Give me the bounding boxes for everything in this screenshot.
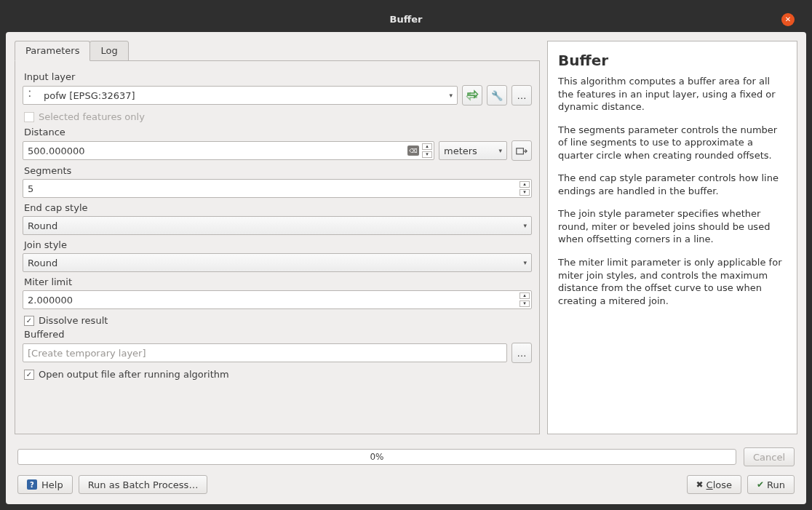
segments-spinner[interactable]: ▴▾ (520, 181, 530, 196)
parameters-panel: ▸ Input layer ⠅ pofw [EPSG:32637] ▾ (15, 60, 540, 434)
open-output-label: Open output file after running algorithm (39, 369, 229, 380)
distance-spinner[interactable]: ▴▾ (422, 143, 432, 158)
ellipsis-icon: … (517, 90, 527, 101)
dissolve-label: Dissolve result (39, 315, 108, 326)
dissolve-checkbox[interactable] (24, 316, 34, 326)
buffered-row: [Create temporary layer] … (23, 343, 532, 363)
input-layer-value: pofw [EPSG:32637] (44, 90, 135, 101)
input-layer-label: Input layer (24, 71, 530, 82)
distance-row: 500.000000 ⌫ ▴▾ meters ▾ (23, 140, 532, 161)
progress-bar: 0% (17, 449, 736, 465)
left-pane: Parameters Log ▸ Input layer ⠅ pofw [EPS… (15, 41, 540, 434)
join-style-select[interactable]: Round ▾ (23, 253, 532, 272)
end-cap-select[interactable]: Round ▾ (23, 216, 532, 235)
clear-distance-button[interactable]: ⌫ (407, 146, 419, 156)
join-style-label: Join style (24, 239, 530, 250)
buffered-output-browse-button[interactable]: … (512, 343, 532, 363)
titlebar: Buffer ✕ (6, 6, 806, 32)
dialog-body: Parameters Log ▸ Input layer ⠅ pofw [EPS… (6, 32, 806, 504)
iterate-features-button[interactable] (462, 85, 482, 105)
advanced-options-button[interactable]: 🔧 (487, 85, 507, 105)
chevron-down-icon: ▾ (498, 147, 502, 154)
selected-only-checkbox (24, 112, 34, 122)
end-cap-label: End cap style (24, 202, 530, 213)
selected-only-row: Selected features only (24, 111, 530, 122)
run-batch-button[interactable]: Run as Batch Process… (79, 475, 208, 494)
point-layer-icon: ⠅ (28, 89, 39, 101)
selected-only-label: Selected features only (39, 111, 145, 122)
cancel-button: Cancel (744, 447, 795, 466)
help-button-label: Help (41, 479, 63, 490)
close-icon: ✕ (785, 16, 791, 23)
segments-input[interactable]: 5 ▴▾ (23, 179, 532, 198)
input-layer-row: ⠅ pofw [EPSG:32637] ▾ 🔧 (23, 85, 532, 105)
open-output-row: Open output file after running algorithm (24, 369, 530, 380)
miter-limit-label: Miter limit (24, 276, 530, 287)
miter-limit-value: 2.000000 (28, 295, 73, 306)
help-p3: The end cap style parameter controls how… (558, 172, 787, 197)
buffered-output-input[interactable]: [Create temporary layer] (23, 343, 507, 362)
data-defined-icon (516, 146, 528, 156)
help-p4: The join style parameter specifies wheth… (558, 207, 787, 246)
collapse-help-toggle[interactable]: ▸ (538, 60, 540, 68)
close-button[interactable]: ✖ Close (687, 475, 741, 494)
window-title: Buffer (390, 14, 423, 25)
distance-input[interactable]: 500.000000 ⌫ ▴▾ (23, 141, 434, 160)
help-p2: The segments parameter controls the numb… (558, 124, 787, 162)
tab-parameters-label: Parameters (25, 45, 79, 56)
buffered-placeholder: [Create temporary layer] (28, 348, 146, 359)
tab-log-label: Log (100, 45, 117, 56)
distance-label: Distance (24, 127, 530, 138)
ellipsis-icon: … (517, 348, 527, 359)
wrench-icon: 🔧 (491, 90, 503, 101)
close-button-label: Close (706, 479, 732, 490)
iterate-icon (466, 89, 479, 101)
buffered-label: Buffered (24, 329, 530, 340)
close-window-button[interactable]: ✕ (781, 13, 795, 26)
distance-units-value: meters (444, 146, 477, 156)
progress-row: 0% Cancel (17, 447, 795, 466)
progress-text: 0% (370, 452, 383, 462)
help-button[interactable]: ? Help (17, 475, 73, 494)
chevron-down-icon: ▾ (523, 222, 527, 229)
help-pane: Buffer This algorithm computes a buffer … (547, 41, 797, 434)
help-p1: This algorithm computes a buffer area fo… (558, 75, 787, 113)
join-style-value: Round (28, 258, 57, 268)
miter-limit-input[interactable]: 2.000000 ▴▾ (23, 290, 532, 309)
tabs: Parameters Log (15, 41, 540, 61)
help-icon: ? (27, 479, 37, 490)
distance-value: 500.000000 (28, 146, 85, 156)
join-style-row: Round ▾ (23, 253, 532, 272)
segments-label: Segments (24, 165, 530, 176)
run-button-label: Run (767, 479, 785, 490)
close-icon: ✖ (696, 479, 704, 490)
run-button[interactable]: ✔ Run (747, 475, 795, 494)
main-row: Parameters Log ▸ Input layer ⠅ pofw [EPS… (15, 41, 797, 434)
input-layer-combo[interactable]: ⠅ pofw [EPSG:32637] ▾ (23, 86, 458, 105)
end-cap-value: Round (28, 220, 57, 231)
help-p5: The miter limit parameter is only applic… (558, 256, 787, 307)
cancel-button-label: Cancel (753, 452, 785, 463)
tab-log[interactable]: Log (89, 41, 128, 61)
run-batch-label: Run as Batch Process… (88, 479, 199, 490)
open-output-checkbox[interactable] (24, 370, 34, 380)
segments-value: 5 (28, 183, 33, 194)
dialog-window: Buffer ✕ Parameters Log ▸ Inp (0, 0, 812, 510)
help-title: Buffer (558, 52, 787, 69)
chevron-down-icon: ▾ (449, 92, 453, 99)
input-layer-browse-button[interactable]: … (512, 85, 532, 105)
chevron-down-icon: ▾ (523, 259, 527, 266)
miter-limit-row: 2.000000 ▴▾ (23, 290, 532, 309)
miter-limit-spinner[interactable]: ▴▾ (520, 292, 530, 307)
svg-rect-0 (517, 148, 524, 154)
data-defined-override-button[interactable] (512, 140, 532, 161)
end-cap-row: Round ▾ (23, 216, 532, 235)
segments-row: 5 ▴▾ (23, 179, 532, 198)
button-row: ? Help Run as Batch Process… ✖ Close ✔ R… (17, 475, 795, 494)
run-icon: ✔ (757, 479, 764, 490)
tab-parameters[interactable]: Parameters (15, 41, 90, 61)
distance-units-select[interactable]: meters ▾ (439, 141, 507, 160)
dissolve-row: Dissolve result (24, 315, 530, 326)
